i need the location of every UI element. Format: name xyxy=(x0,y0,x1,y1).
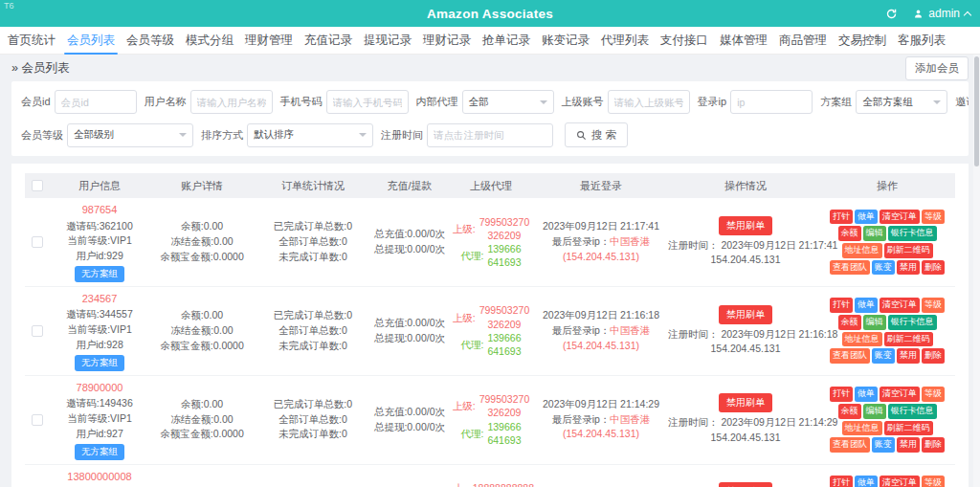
action-button-做单[interactable]: 做单 xyxy=(855,210,878,225)
action-button-余额[interactable]: 余额 xyxy=(838,315,861,330)
nav-item-7[interactable]: 提现记录 xyxy=(364,27,412,55)
nav-item-8[interactable]: 理财记录 xyxy=(423,27,471,55)
action-button-查看团队[interactable]: 查看团队 xyxy=(830,260,870,276)
action-button-账变[interactable]: 账变 xyxy=(872,348,895,364)
select-all-checkbox[interactable] xyxy=(32,180,43,191)
action-button-删除[interactable]: 删除 xyxy=(922,348,945,364)
group-badge[interactable]: 无方案组 xyxy=(75,266,124,282)
nav-item-2[interactable]: 会员列表 xyxy=(67,27,115,55)
action-button-余额[interactable]: 余额 xyxy=(838,226,861,241)
filter-select[interactable]: 全部方案组 xyxy=(856,90,947,114)
filter-input[interactable] xyxy=(55,90,137,114)
account-line: 余额:0.00 xyxy=(149,219,255,234)
agent-label: 代理: xyxy=(461,249,484,262)
nav-item-1[interactable]: 首页统计 xyxy=(8,27,56,55)
order-stats-cell: 已完成订单总数:0全部订单总数:0未完成订单数:0 xyxy=(255,308,371,353)
scrollbar-thumb[interactable] xyxy=(974,56,979,166)
add-member-button[interactable]: 添加会员 xyxy=(905,56,969,80)
action-button-刷新二维码[interactable]: 刷新二维码 xyxy=(884,421,933,436)
app-title: Amazon Associates xyxy=(0,7,980,21)
action-button-等级[interactable]: 等级 xyxy=(922,298,945,313)
group-badge[interactable]: 无方案组 xyxy=(75,355,124,371)
filter-input[interactable] xyxy=(190,90,273,114)
action-button-删除[interactable]: 删除 xyxy=(922,437,945,453)
nav-item-3[interactable]: 会员等级 xyxy=(126,27,174,55)
nav-item-5[interactable]: 理财管理 xyxy=(245,27,293,55)
filter-input[interactable] xyxy=(427,123,553,147)
nav-item-10[interactable]: 账变记录 xyxy=(542,27,590,55)
superior-value: 18888888888 xyxy=(473,481,534,487)
action-button-账变[interactable]: 账变 xyxy=(872,437,895,453)
nav-item-12[interactable]: 支付接口 xyxy=(660,27,708,55)
action-button-清空订单[interactable]: 清空订单 xyxy=(880,210,920,225)
disable-brush-badge[interactable]: 禁用刷单 xyxy=(719,393,772,412)
filter-input[interactable] xyxy=(730,90,813,114)
action-button-编辑[interactable]: 编辑 xyxy=(863,226,886,241)
action-button-做单[interactable]: 做单 xyxy=(855,298,878,313)
group-badge[interactable]: 无方案组 xyxy=(75,444,124,460)
filter-input[interactable] xyxy=(608,90,690,114)
nav-item-13[interactable]: 媒体管理 xyxy=(720,27,768,55)
action-button-打针[interactable]: 打针 xyxy=(830,298,853,313)
nav-item-14[interactable]: 商品管理 xyxy=(779,27,827,55)
action-button-清空订单[interactable]: 清空订单 xyxy=(880,298,920,313)
chevron-down-icon xyxy=(933,100,941,104)
disable-brush-badge[interactable]: 禁用刷单 xyxy=(719,216,772,235)
action-button-等级[interactable]: 等级 xyxy=(922,476,945,487)
action-button-查看团队[interactable]: 查看团队 xyxy=(830,348,870,364)
action-button-银行卡信息[interactable]: 银行卡信息 xyxy=(888,315,937,330)
action-button-查看团队[interactable]: 查看团队 xyxy=(830,437,870,453)
action-button-地址信息[interactable]: 地址信息 xyxy=(842,243,882,258)
disable-brush-badge[interactable]: 禁用刷单 xyxy=(719,305,772,324)
action-button-刷新二维码[interactable]: 刷新二维码 xyxy=(884,332,933,347)
action-button-打针[interactable]: 打针 xyxy=(830,210,853,225)
user-name[interactable]: 987654 xyxy=(50,202,149,219)
action-button-余额[interactable]: 余额 xyxy=(838,404,861,419)
filter-select[interactable]: 全部级别 xyxy=(67,123,193,147)
action-button-禁用[interactable]: 禁用 xyxy=(897,260,920,276)
user-name[interactable]: 234567 xyxy=(50,291,149,308)
user-name[interactable]: 13800000008 xyxy=(50,469,149,486)
filter-field-内部代理: 内部代理全部 xyxy=(416,90,554,114)
row-checkbox[interactable] xyxy=(32,236,43,248)
agent-cell: 上级:18888888888286388代理:fc03761593 xyxy=(448,481,534,487)
search-button[interactable]: 搜 索 xyxy=(565,122,628,147)
nav-item-11[interactable]: 代理列表 xyxy=(601,27,649,55)
user-name[interactable]: 78900000 xyxy=(50,380,149,397)
nav-item-6[interactable]: 充值记录 xyxy=(304,27,352,55)
action-button-做单[interactable]: 做单 xyxy=(855,387,878,402)
nav-item-9[interactable]: 抢单记录 xyxy=(482,27,530,55)
superior-value: 799503270 xyxy=(479,303,530,317)
filter-select[interactable]: 默认排序 xyxy=(247,123,373,147)
action-button-删除[interactable]: 删除 xyxy=(922,260,945,276)
action-button-禁用[interactable]: 禁用 xyxy=(897,348,920,364)
last-login-cell: 2023年09月12日 21:14:29最后登录ip：中国香港(154.204.… xyxy=(534,397,668,442)
action-button-禁用[interactable]: 禁用 xyxy=(897,437,920,453)
nav-item-4[interactable]: 模式分组 xyxy=(186,27,234,55)
action-button-地址信息[interactable]: 地址信息 xyxy=(842,332,882,347)
action-button-做单[interactable]: 做单 xyxy=(855,476,878,487)
filter-select[interactable]: 全部 xyxy=(462,90,554,114)
action-button-打针[interactable]: 打针 xyxy=(830,476,853,487)
row-checkbox[interactable] xyxy=(32,325,43,337)
action-button-清空订单[interactable]: 清空订单 xyxy=(880,476,920,487)
action-button-等级[interactable]: 等级 xyxy=(922,387,945,402)
action-button-银行卡信息[interactable]: 银行卡信息 xyxy=(888,226,937,241)
action-button-刷新二维码[interactable]: 刷新二维码 xyxy=(884,243,933,258)
refresh-icon[interactable] xyxy=(885,8,898,20)
action-button-编辑[interactable]: 编辑 xyxy=(863,404,886,419)
action-button-编辑[interactable]: 编辑 xyxy=(863,315,886,330)
disable-brush-badge[interactable]: 禁用刷单 xyxy=(719,482,772,487)
action-button-地址信息[interactable]: 地址信息 xyxy=(842,421,882,436)
vertical-scrollbar[interactable] xyxy=(973,55,980,487)
action-button-清空订单[interactable]: 清空订单 xyxy=(880,387,920,402)
nav-item-15[interactable]: 交易控制 xyxy=(838,27,886,55)
action-button-银行卡信息[interactable]: 银行卡信息 xyxy=(888,404,937,419)
action-button-等级[interactable]: 等级 xyxy=(922,210,945,225)
action-button-账变[interactable]: 账变 xyxy=(872,260,895,276)
nav-item-16[interactable]: 客服列表 xyxy=(898,27,946,55)
row-checkbox[interactable] xyxy=(32,414,43,426)
filter-input[interactable] xyxy=(326,90,409,114)
user-menu[interactable]: admin xyxy=(913,7,970,20)
action-button-打针[interactable]: 打针 xyxy=(830,387,853,402)
